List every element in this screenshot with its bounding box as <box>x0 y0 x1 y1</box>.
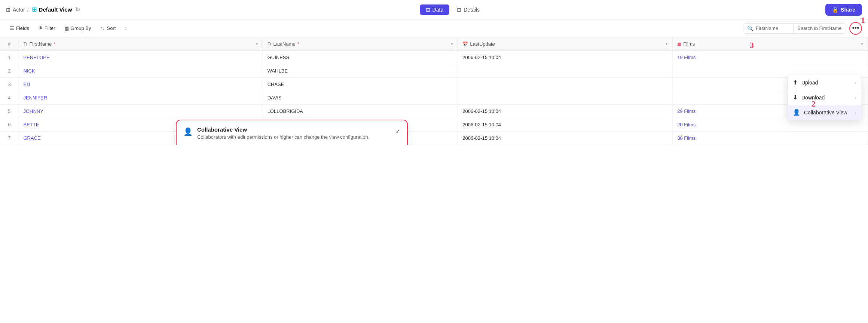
collab-popup-item-collaborative[interactable]: 👤 Collaborative View Collaborators with … <box>177 120 407 145</box>
fields-button[interactable]: ☰ Fields <box>6 24 33 33</box>
search-in-input[interactable] <box>794 24 846 33</box>
share-button[interactable]: 🔒 Share <box>825 4 862 16</box>
table-row: 2 NICK WAHLBE <box>0 64 868 78</box>
lastupdate-arrow-icon: ▾ <box>666 41 668 46</box>
dropdown-item-download[interactable]: ⬇ Download › <box>788 90 862 105</box>
dropdown-item-collab[interactable]: 👤 Collaborative View › <box>788 105 862 120</box>
search-icon: 🔍 <box>747 25 754 31</box>
search-field: 🔍 <box>743 24 794 33</box>
sort-button[interactable]: ↑↓ Sort <box>97 24 120 33</box>
details-tab-icon: ⊡ <box>457 7 461 13</box>
breadcrumb-parent[interactable]: Actor <box>13 7 25 13</box>
firstname-arrow-icon: ▾ <box>256 41 258 46</box>
row-lastupdate <box>458 91 673 105</box>
top-bar-left: ⊞ Actor / ⊞ Default View ↻ <box>6 6 80 13</box>
breadcrumb: ⊞ Actor / <box>6 7 29 13</box>
row-lastupdate <box>458 64 673 78</box>
row-lastupdate <box>458 78 673 91</box>
collab-popup-text: Collaborative View Collaborators with ed… <box>197 126 369 141</box>
lastname-type-icon: Tr <box>268 41 272 47</box>
download-left: ⬇ Download <box>793 94 825 101</box>
lock-icon: 🔒 <box>832 7 838 13</box>
upload-icon: ⬆ <box>793 79 798 86</box>
row-firstname[interactable]: JENNIFER <box>19 91 263 105</box>
share-label: Share <box>841 7 855 13</box>
firstname-required: * <box>54 41 55 47</box>
firstname-label: FirstName <box>29 41 52 47</box>
upload-left: ⬆ Upload <box>793 79 818 86</box>
sort-icon: ↑↓ <box>100 25 105 31</box>
details-tab-label: Details <box>464 7 480 13</box>
collab-popup-left: 👤 Collaborative View Collaborators with … <box>183 126 369 141</box>
col-lastname[interactable]: Tr LastName * ▾ <box>263 37 458 51</box>
upload-chevron-icon: › <box>855 80 856 85</box>
row-lastname: WAHLBE <box>263 64 458 78</box>
row-lastname: CHASE <box>263 78 458 91</box>
collab-chevron-icon: › <box>855 110 856 115</box>
row-id: 7 <box>0 132 19 145</box>
row-id: 6 <box>0 118 19 132</box>
top-bar-tabs: ⊞ Data ⊡ Details <box>420 4 486 15</box>
dropdown-item-upload[interactable]: ⬆ Upload › <box>788 75 862 90</box>
tab-data[interactable]: ⊞ Data <box>420 4 450 15</box>
table-row: 5 JOHNNY LOLLOBRIGIDA 2006-02-15 10:04 2… <box>0 105 868 118</box>
row-firstname[interactable]: NICK <box>19 64 263 78</box>
group-by-icon: ▦ <box>64 25 69 31</box>
row-firstname[interactable]: ED <box>19 78 263 91</box>
row-firstname[interactable]: PENELOPE <box>19 51 263 64</box>
lastname-label: LastName <box>273 41 296 47</box>
collab-label: Collaborative View <box>804 110 847 116</box>
search-input[interactable] <box>756 25 789 31</box>
extra-button[interactable]: ↕ <box>121 24 131 33</box>
firstname-type-icon: Tr <box>24 41 28 47</box>
upload-label: Upload <box>801 80 818 86</box>
col-firstname[interactable]: Tr FirstName * ▾ <box>19 37 263 51</box>
films-label: Films <box>683 41 695 47</box>
col-lastupdate[interactable]: 📅 LastUpdate ▾ <box>458 37 673 51</box>
table-row: 7 GRACE MOSTEL 2006-02-15 10:04 30 Films <box>0 132 868 145</box>
badge-2: 2 <box>812 99 816 109</box>
collab-view-icon: 👤 <box>793 109 800 116</box>
table-row: 4 JENNIFER DAVIS <box>0 91 868 105</box>
filter-button[interactable]: ⚗ Filter <box>34 24 59 33</box>
table-body: 1 PENELOPE GUINESS 2006-02-15 10:04 19 F… <box>0 51 868 145</box>
tab-details[interactable]: ⊡ Details <box>451 4 486 15</box>
fields-label: Fields <box>16 25 29 31</box>
data-tab-label: Data <box>433 7 444 13</box>
group-by-button[interactable]: ▦ Group By <box>61 24 95 33</box>
row-id: 4 <box>0 91 19 105</box>
data-tab-icon: ⊞ <box>426 7 430 13</box>
collab-popup-title: Collaborative View <box>197 126 369 133</box>
download-chevron-icon: › <box>855 95 856 100</box>
row-id: 2 <box>0 64 19 78</box>
col-films[interactable]: ▦ Films ▾ <box>673 37 868 51</box>
toolbar-left: ☰ Fields ⚗ Filter ▦ Group By ↑↓ Sort ↕ <box>6 24 131 33</box>
films-type-icon: ▦ <box>677 41 681 47</box>
row-firstname[interactable]: JOHNNY <box>19 105 263 118</box>
toolbar: ☰ Fields ⚗ Filter ▦ Group By ↑↓ Sort ↕ 🔍 <box>0 19 868 37</box>
row-lastname: LOLLOBRIGIDA <box>263 105 458 118</box>
row-lastupdate: 2006-02-15 10:04 <box>458 105 673 118</box>
extra-icon: ↕ <box>125 25 127 31</box>
row-lastname: DAVIS <box>263 91 458 105</box>
row-films[interactable]: 19 Films <box>673 51 868 64</box>
lastupdate-type-icon: 📅 <box>462 41 468 47</box>
row-lastupdate: 2006-02-15 10:04 <box>458 118 673 132</box>
refresh-button[interactable]: ↻ <box>75 6 80 13</box>
download-icon: ⬇ <box>793 94 798 101</box>
row-films[interactable]: 30 Films <box>673 132 868 145</box>
lastname-arrow-icon: ▾ <box>451 41 453 46</box>
more-button[interactable]: ••• <box>849 22 862 35</box>
row-lastname: GUINESS <box>263 51 458 64</box>
row-id: 1 <box>0 51 19 64</box>
collab-popup-desc: Collaborators with edit permissions or h… <box>197 134 369 141</box>
group-by-label: Group By <box>71 25 91 31</box>
table-header-row: # Tr FirstName * ▾ Tr LastName * <box>0 37 868 51</box>
more-button-wrapper: 1 ••• <box>849 22 862 35</box>
breadcrumb-current: ⊞ Default View <box>32 6 72 13</box>
row-lastupdate: 2006-02-15 10:04 <box>458 51 673 64</box>
badge-1: 1 <box>861 15 865 25</box>
top-bar: ⊞ Actor / ⊞ Default View ↻ ⊞ Data ⊡ Deta… <box>0 0 868 19</box>
lastupdate-label: LastUpdate <box>470 41 495 47</box>
collaborative-icon: 👤 <box>183 127 193 136</box>
